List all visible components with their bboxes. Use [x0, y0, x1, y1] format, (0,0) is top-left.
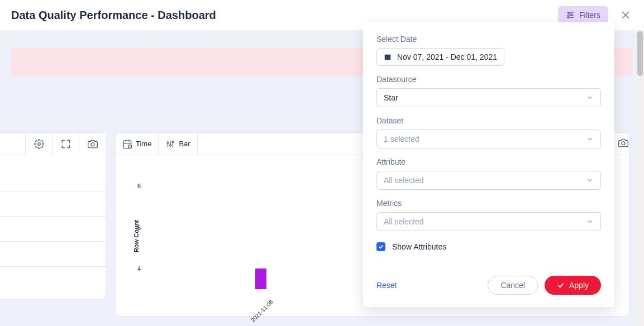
- metrics-select[interactable]: All selected: [376, 212, 601, 231]
- list-item[interactable]: [0, 217, 106, 242]
- page-title: Data Quality Performance - Dashboard: [11, 9, 216, 22]
- form-group-date: Select Date Nov 07, 2021 - Dec 01, 2021: [376, 35, 601, 66]
- date-range-picker[interactable]: Nov 07, 2021 - Dec 01, 2021: [376, 48, 504, 66]
- left-panel: [0, 132, 106, 300]
- bar-label: Bar: [179, 140, 190, 148]
- form-group-attribute: Attribute All selected: [376, 157, 601, 190]
- y-tick: 4: [130, 265, 141, 272]
- svg-rect-24: [386, 54, 387, 55]
- dataset-label: Dataset: [376, 116, 601, 125]
- attribute-label: Attribute: [376, 157, 601, 166]
- calendar-icon: [384, 53, 392, 61]
- chevron-down-icon: [586, 218, 594, 226]
- svg-point-1: [569, 12, 570, 14]
- datasource-label: Datasource: [376, 75, 601, 84]
- list-item[interactable]: [0, 166, 106, 191]
- show-attributes-row: Show Attributes: [376, 242, 601, 251]
- svg-point-3: [571, 15, 573, 16]
- form-group-datasource: Datasource Star: [376, 75, 601, 107]
- camera-icon: [618, 138, 629, 149]
- filter-panel-footer: Reset Cancel Apply: [376, 265, 601, 295]
- show-attributes-checkbox[interactable]: [376, 242, 385, 251]
- close-button[interactable]: [618, 8, 633, 22]
- cancel-button[interactable]: Cancel: [488, 276, 538, 295]
- camera-button[interactable]: [79, 133, 106, 155]
- left-panel-body: [0, 155, 106, 267]
- dataset-select[interactable]: 1 selected: [376, 130, 601, 148]
- filters-label: Filters: [579, 11, 600, 20]
- attribute-select[interactable]: All selected: [376, 171, 601, 190]
- gear-icon: [34, 139, 44, 149]
- apply-label: Apply: [569, 281, 589, 290]
- svg-point-21: [622, 142, 625, 145]
- apply-button[interactable]: Apply: [545, 276, 601, 295]
- y-tick: 5: [130, 224, 141, 231]
- attribute-value: All selected: [384, 176, 424, 185]
- filters-button[interactable]: Filters: [558, 6, 608, 24]
- close-icon: [621, 10, 631, 20]
- settings-button[interactable]: [25, 133, 52, 155]
- vertical-scrollbar[interactable]: [636, 30, 644, 326]
- svg-point-8: [37, 143, 40, 146]
- svg-point-5: [567, 17, 569, 18]
- form-group-metrics: Metrics All selected: [376, 199, 601, 231]
- time-label: Time: [136, 140, 151, 148]
- footer-buttons: Cancel Apply: [488, 276, 601, 295]
- datasource-value: Star: [384, 93, 398, 102]
- list-item[interactable]: [0, 191, 106, 217]
- svg-point-20: [172, 141, 174, 142]
- calendar-icon: [122, 139, 132, 149]
- dataset-value: 1 selected: [384, 135, 419, 143]
- reset-button[interactable]: Reset: [376, 281, 397, 290]
- date-value: Nov 07, 2021 - Dec 01, 2021: [397, 52, 497, 61]
- header-actions: Filters: [558, 6, 633, 24]
- svg-rect-23: [385, 55, 391, 56]
- chevron-down-icon: [586, 94, 594, 102]
- svg-point-9: [91, 143, 94, 146]
- expand-button[interactable]: [52, 133, 79, 155]
- datasource-select[interactable]: Star: [376, 88, 601, 107]
- time-selector[interactable]: Time: [116, 133, 159, 155]
- expand-icon: [61, 139, 71, 149]
- left-panel-toolbar: [0, 133, 106, 155]
- svg-point-18: [170, 144, 171, 146]
- scrollbar-thumb[interactable]: [637, 31, 643, 76]
- metrics-label: Metrics: [376, 199, 601, 208]
- filters-icon: [566, 11, 575, 20]
- svg-point-16: [167, 142, 169, 143]
- check-icon: [557, 281, 565, 289]
- y-tick: 6: [130, 183, 141, 189]
- check-icon: [378, 244, 384, 250]
- metrics-value: All selected: [384, 217, 424, 226]
- chevron-down-icon: [586, 176, 594, 184]
- select-date-label: Select Date: [376, 35, 601, 44]
- camera-icon: [88, 139, 98, 149]
- chart-bar[interactable]: [255, 269, 266, 289]
- chart-type-selector[interactable]: Bar: [159, 133, 197, 155]
- filter-panel: Select Date Nov 07, 2021 - Dec 01, 2021 …: [363, 22, 614, 307]
- show-attributes-label: Show Attributes: [392, 242, 446, 251]
- list-item[interactable]: [0, 242, 106, 267]
- svg-rect-25: [389, 54, 389, 55]
- chevron-down-icon: [586, 135, 594, 143]
- bar-chart-settings-icon: [165, 139, 175, 149]
- form-group-dataset: Dataset 1 selected: [376, 116, 601, 148]
